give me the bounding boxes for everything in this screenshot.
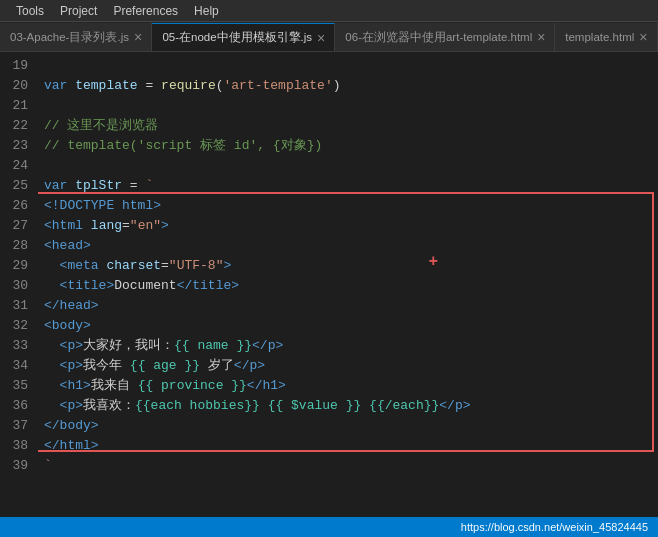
code-line: <p>我今年 {{ age }} 岁了</p> — [44, 356, 658, 376]
code-line: // 这里不是浏览器 — [44, 116, 658, 136]
code-line: </head> — [44, 296, 658, 316]
code-line: var template = require('art-template') — [44, 76, 658, 96]
tab-label-4: template.html — [565, 31, 634, 43]
line-numbers: 19 20 21 22 23 24 25 26 27 28 29 30 31 3… — [0, 52, 38, 517]
code-line: <h1>我来自 {{ province }}</h1> — [44, 376, 658, 396]
close-icon-3[interactable]: × — [537, 30, 545, 44]
code-line — [44, 56, 658, 76]
menu-bar: Tools Project Preferences Help — [0, 0, 658, 22]
code-line: <body> — [44, 316, 658, 336]
status-url: https://blog.csdn.net/weixin_45824445 — [461, 521, 648, 533]
tab-4[interactable]: template.html × — [555, 23, 658, 51]
code-line: </body> — [44, 416, 658, 436]
menu-preferences[interactable]: Preferences — [105, 4, 186, 18]
close-icon-4[interactable]: × — [639, 30, 647, 44]
menu-tools[interactable]: Tools — [8, 4, 52, 18]
code-content[interactable]: + var template = require('art-template')… — [38, 52, 658, 517]
code-line: ` — [44, 456, 658, 476]
tab-1[interactable]: 03-Apache-目录列表.js × — [0, 23, 152, 51]
close-icon-2[interactable]: × — [317, 31, 325, 45]
tab-label-2: 05-在node中使用模板引擎.js — [162, 30, 312, 45]
code-line: <head> — [44, 236, 658, 256]
code-line: <!DOCTYPE html> — [44, 196, 658, 216]
code-line: <title>Document</title> — [44, 276, 658, 296]
code-line: var tplStr = ` — [44, 176, 658, 196]
status-bar: https://blog.csdn.net/weixin_45824445 — [0, 517, 658, 537]
code-line: <p>大家好，我叫：{{ name }}</p> — [44, 336, 658, 356]
tab-3[interactable]: 06-在浏览器中使用art-template.html × — [335, 23, 555, 51]
tab-label-3: 06-在浏览器中使用art-template.html — [345, 30, 532, 45]
tab-2[interactable]: 05-在node中使用模板引擎.js × — [152, 23, 335, 51]
code-line: </html> — [44, 436, 658, 456]
menu-help[interactable]: Help — [186, 4, 227, 18]
code-line: <meta charset="UTF-8"> — [44, 256, 658, 276]
code-line: // template('script 标签 id', {对象}) — [44, 136, 658, 156]
editor: 19 20 21 22 23 24 25 26 27 28 29 30 31 3… — [0, 52, 658, 517]
tab-bar: 03-Apache-目录列表.js × 05-在node中使用模板引擎.js ×… — [0, 22, 658, 52]
menu-project[interactable]: Project — [52, 4, 105, 18]
tab-label-1: 03-Apache-目录列表.js — [10, 30, 129, 45]
code-line: <html lang="en"> — [44, 216, 658, 236]
close-icon-1[interactable]: × — [134, 30, 142, 44]
code-line — [44, 156, 658, 176]
code-line — [44, 96, 658, 116]
code-line: <p>我喜欢：{{each hobbies}} {{ $value }} {{/… — [44, 396, 658, 416]
